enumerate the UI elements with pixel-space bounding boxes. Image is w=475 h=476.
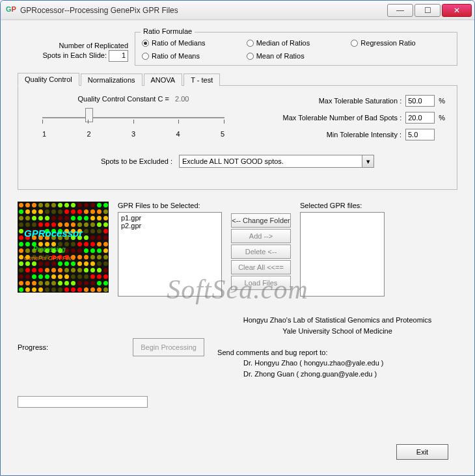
chevron-down-icon[interactable]: ▾ xyxy=(362,155,373,167)
min-intensity-row: Min Tolerable Intensity : xyxy=(250,129,445,140)
delete-file-button[interactable]: Delete <-- xyxy=(231,245,291,259)
list-item[interactable]: p1.gpr xyxy=(121,214,219,222)
qc-constant-label: Quality Control Constant C = 2.00 xyxy=(30,95,237,103)
qc-constant-value: 2.00 xyxy=(175,95,189,103)
tab-normalizations[interactable]: Normalizations xyxy=(81,73,142,86)
selected-files-listbox[interactable] xyxy=(300,212,385,297)
window-buttons: — ☐ ✕ xyxy=(386,4,472,17)
replicated-spots-label: Number of Replicated Spots in Each Slide… xyxy=(18,32,128,62)
main-tabs: Quality ControlNormalizationsANOVAT - te… xyxy=(18,72,457,190)
app-logo-image: GPRocessor Processing GenePix GPR Files xyxy=(18,202,109,293)
qc-row: Quality Control Constant C = 2.00 12345 xyxy=(30,95,445,146)
window-title: GPRocessor--Processing GenePix GPR Files xyxy=(20,6,386,15)
list-item[interactable]: p2.gpr xyxy=(121,222,219,230)
exclude-label: Spots to be Excluded : xyxy=(101,157,172,165)
minimize-button[interactable]: — xyxy=(387,4,413,17)
selected-files-label: Selected GPR files: xyxy=(300,202,385,209)
logo-line1: GPRocessor xyxy=(24,228,83,239)
replicated-label-line2: Spots in Each Slide: xyxy=(42,51,106,59)
qc-constant-area: Quality Control Constant C = 2.00 12345 xyxy=(30,95,237,146)
exit-button[interactable]: Exit xyxy=(396,444,448,460)
app-window: GP GPRocessor--Processing GenePix GPR Fi… xyxy=(0,0,475,476)
bottom-area: Progress: Begin Processing Hongyu Zhao's… xyxy=(18,315,457,379)
qc-constant-text: Quality Control Constant C = xyxy=(78,95,169,103)
maximize-button[interactable]: ☐ xyxy=(414,4,441,17)
progress-bar xyxy=(18,396,148,408)
exclude-value: Exclude ALL NOT GOOD sptos. xyxy=(180,157,362,165)
credit-line5: Dr. Zhong Guan ( zhong.guan@yale.edu ) xyxy=(217,369,457,380)
max-bad-input[interactable] xyxy=(405,112,435,124)
ratio-option-3[interactable]: Ratio of Means xyxy=(142,52,241,60)
tick-label: 3 xyxy=(131,130,135,138)
min-intensity-label: Min Tolerable Intensity : xyxy=(327,131,401,139)
load-files-button[interactable]: Load Files xyxy=(231,276,291,290)
clear-all-button[interactable]: Clear All <<== xyxy=(231,260,291,274)
tick-label: 4 xyxy=(176,130,180,138)
app-icon: GP xyxy=(6,5,16,16)
max-saturation-input[interactable] xyxy=(405,95,435,107)
file-buttons-column: <-- Change Folder Add --> Delete <-- Cle… xyxy=(231,213,291,290)
available-files-column: GPR Files to be Selected: p1.gprp2.gpr xyxy=(118,202,222,297)
credit-line4: Dr. Hongyu Zhao ( hongyu.zhao@yale.edu ) xyxy=(217,358,457,369)
radio-icon xyxy=(351,40,358,47)
ratio-option-0[interactable]: Ratio of Medians xyxy=(142,39,241,47)
percent-label-1: % xyxy=(439,97,445,105)
radio-label: Regression Ratio xyxy=(360,39,415,47)
close-button[interactable]: ✕ xyxy=(442,4,472,17)
top-row: Number of Replicated Spots in Each Slide… xyxy=(18,32,457,66)
exit-row: Exit xyxy=(396,444,448,460)
replicated-spots-input[interactable]: 1 xyxy=(109,50,128,62)
logo-line3: GenePix GPR Files xyxy=(24,255,75,261)
tab-bar: Quality ControlNormalizationsANOVAT - te… xyxy=(18,72,457,86)
qc-fields: Max Tolerable Saturation : % Max Tolerab… xyxy=(250,95,445,146)
max-bad-label: Max Tolerable Number of Bad Spots : xyxy=(283,114,402,122)
radio-icon xyxy=(247,40,254,47)
add-file-button[interactable]: Add --> xyxy=(231,229,291,243)
slider-tick-labels: 12345 xyxy=(42,130,224,138)
exclude-combobox[interactable]: Exclude ALL NOT GOOD sptos. ▾ xyxy=(179,155,374,168)
ratio-option-4[interactable]: Mean of Ratios xyxy=(247,52,346,60)
titlebar[interactable]: GP GPRocessor--Processing GenePix GPR Fi… xyxy=(1,1,474,20)
credit-line1: Hongyu Zhao's Lab of Statistical Genomic… xyxy=(217,315,457,326)
ratio-formulae-group: Ratio Formulae Ratio of MediansMedian of… xyxy=(135,32,457,66)
percent-label-2: % xyxy=(439,114,445,122)
client-area: Number of Replicated Spots in Each Slide… xyxy=(1,20,474,475)
ratio-option-2[interactable]: Regression Ratio xyxy=(351,39,450,47)
tick-label: 2 xyxy=(87,130,90,138)
radio-icon xyxy=(142,53,149,60)
exclude-row: Spots to be Excluded : Exclude ALL NOT G… xyxy=(30,155,445,168)
max-saturation-label: Max Tolerable Saturation : xyxy=(319,97,402,105)
files-area: GPRocessor Processing GenePix GPR Files … xyxy=(18,202,457,297)
available-files-listbox[interactable]: p1.gprp2.gpr xyxy=(118,212,222,297)
replicated-label-line1: Number of Replicated xyxy=(59,42,128,49)
radio-label: Median of Ratios xyxy=(256,39,310,47)
tick-label: 1 xyxy=(42,130,46,138)
radio-label: Ratio of Medians xyxy=(152,39,206,47)
logo-line2: Processing xyxy=(33,246,65,253)
max-saturation-row: Max Tolerable Saturation : % xyxy=(250,95,445,107)
tab-quality-control[interactable]: Quality Control xyxy=(18,73,79,86)
qc-slider[interactable] xyxy=(42,108,224,127)
credit-line2: Yale University School of Medicine xyxy=(217,326,457,337)
available-files-label: GPR Files to be Selected: xyxy=(118,202,222,209)
selected-files-column: Selected GPR files: xyxy=(300,202,385,297)
radio-icon xyxy=(247,53,254,60)
credits-text: Hongyu Zhao's Lab of Statistical Genomic… xyxy=(217,315,457,379)
change-folder-button[interactable]: <-- Change Folder xyxy=(231,213,291,228)
begin-processing-button[interactable]: Begin Processing xyxy=(133,338,204,356)
ratio-option-1[interactable]: Median of Ratios xyxy=(247,39,346,47)
radio-label: Mean of Ratios xyxy=(256,52,305,60)
credit-line3: Send comments and bug report to: xyxy=(217,347,457,358)
tab-t-test[interactable]: T - test xyxy=(183,73,220,86)
tick-label: 5 xyxy=(221,130,224,138)
radio-label: Ratio of Means xyxy=(152,52,200,60)
progress-label: Progress: xyxy=(18,343,48,351)
ratio-legend: Ratio Formulae xyxy=(141,27,195,35)
min-intensity-input[interactable] xyxy=(405,129,435,140)
radio-icon xyxy=(142,40,149,47)
tab-panel-quality-control: Quality Control Constant C = 2.00 12345 xyxy=(18,86,457,190)
progress-row: Progress: Begin Processing xyxy=(18,315,204,379)
slider-track xyxy=(42,117,224,118)
max-bad-row: Max Tolerable Number of Bad Spots : % xyxy=(250,112,445,124)
tab-anova[interactable]: ANOVA xyxy=(144,73,183,86)
